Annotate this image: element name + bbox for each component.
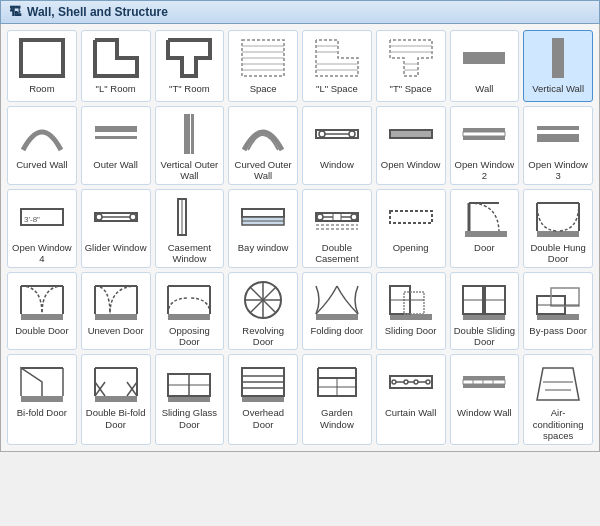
svg-rect-81	[316, 314, 358, 320]
open-window-icon	[383, 111, 439, 157]
l-room-label: "L" Room	[96, 83, 136, 94]
revolving-door-label: Revolving Door	[231, 325, 295, 348]
item-t-space[interactable]: "T" Space	[376, 30, 446, 102]
sliding-glass-door-label: Sliding Glass Door	[158, 407, 222, 430]
curved-wall-icon	[14, 111, 70, 157]
casement-window-icon	[161, 194, 217, 240]
double-door-icon	[14, 277, 70, 323]
window-title-label: Wall, Shell and Structure	[27, 5, 168, 19]
window-title: 🏗 Wall, Shell and Structure	[0, 0, 600, 24]
item-bi-fold-door[interactable]: Bi-fold Door	[7, 354, 77, 444]
bay-window-label: Bay window	[238, 242, 289, 253]
item-overhead-door[interactable]: Overhead Door	[228, 354, 298, 444]
item-uneven-door[interactable]: Uneven Door	[81, 272, 151, 351]
item-t-room[interactable]: "T" Room	[155, 30, 225, 102]
item-open-window-3[interactable]: Open Window 3	[523, 106, 593, 185]
opposing-door-label: Opposing Door	[158, 325, 222, 348]
curtain-wall-label: Curtain Wall	[385, 407, 436, 418]
open-window-4-icon: 3'-8"	[14, 194, 70, 240]
item-by-pass-door[interactable]: By-pass Door	[523, 272, 593, 351]
item-wall[interactable]: Wall	[450, 30, 520, 102]
item-window-wall[interactable]: Window Wall	[450, 354, 520, 444]
items-grid: Room "L" Room "T" Room	[7, 30, 593, 445]
item-casement-window[interactable]: Casement Window	[155, 189, 225, 268]
item-sliding-glass-door[interactable]: Sliding Glass Door	[155, 354, 225, 444]
svg-rect-55	[390, 211, 432, 223]
bi-fold-door-icon	[14, 359, 70, 405]
item-room[interactable]: Room	[7, 30, 77, 102]
svg-rect-33	[537, 134, 579, 138]
item-garden-window[interactable]: Garden Window	[302, 354, 372, 444]
item-sliding-door[interactable]: Sliding Door	[376, 272, 446, 351]
t-space-icon	[383, 35, 439, 81]
window-label: Window	[320, 159, 354, 170]
item-door[interactable]: Door	[450, 189, 520, 268]
svg-point-39	[130, 214, 136, 220]
vertical-outer-wall-icon	[161, 111, 217, 157]
l-space-icon	[309, 35, 365, 81]
svg-rect-43	[242, 209, 284, 217]
folding-door-icon	[309, 277, 365, 323]
item-open-window-4[interactable]: 3'-8" Open Window 4	[7, 189, 77, 268]
svg-point-122	[414, 380, 418, 384]
window-wall-label: Window Wall	[457, 407, 512, 418]
item-bay-window[interactable]: Bay window	[228, 189, 298, 268]
item-double-hung-door[interactable]: Double Hung Door	[523, 189, 593, 268]
svg-rect-0	[21, 40, 63, 76]
door-icon	[456, 194, 512, 240]
double-casement-icon	[309, 194, 365, 240]
uneven-door-icon	[88, 277, 144, 323]
opening-label: Opening	[393, 242, 429, 253]
item-double-door[interactable]: Double Door	[7, 272, 77, 351]
item-glider-window[interactable]: Glider Window	[81, 189, 151, 268]
svg-rect-31	[463, 132, 505, 136]
item-folding-door[interactable]: Folding door	[302, 272, 372, 351]
svg-rect-59	[465, 231, 507, 237]
item-vertical-wall[interactable]: Vertical Wall	[523, 30, 593, 102]
item-vertical-outer-wall[interactable]: Vertical Outer Wall	[155, 106, 225, 185]
space-icon	[235, 35, 291, 81]
item-double-casement[interactable]: Double Casement	[302, 189, 372, 268]
svg-rect-128	[463, 384, 505, 388]
svg-rect-32	[537, 126, 579, 130]
item-curved-wall[interactable]: Curved Wall	[7, 106, 77, 185]
double-door-label: Double Door	[15, 325, 68, 336]
item-curved-outer-wall[interactable]: Curved Outer Wall	[228, 106, 298, 185]
window-wall-icon	[456, 359, 512, 405]
garden-window-icon	[309, 359, 365, 405]
svg-point-22	[319, 131, 325, 137]
svg-rect-17	[95, 126, 137, 132]
svg-point-23	[349, 131, 355, 137]
item-open-window[interactable]: Open Window	[376, 106, 446, 185]
door-label: Door	[474, 242, 495, 253]
item-space[interactable]: Space	[228, 30, 298, 102]
svg-rect-18	[95, 136, 137, 139]
item-window[interactable]: Window	[302, 106, 372, 185]
item-double-bi-fold-door[interactable]: Double Bi-fold Door	[81, 354, 151, 444]
bay-window-icon	[235, 194, 291, 240]
double-bi-fold-door-label: Double Bi-fold Door	[84, 407, 148, 430]
folding-door-label: Folding door	[310, 325, 363, 336]
revolving-door-icon	[235, 277, 291, 323]
garden-window-label: Garden Window	[305, 407, 369, 430]
vertical-wall-icon	[530, 35, 586, 81]
svg-rect-30	[463, 136, 505, 140]
item-double-sliding-door[interactable]: Double Sliding Door	[450, 272, 520, 351]
double-hung-door-icon	[530, 194, 586, 240]
item-opening[interactable]: Opening	[376, 189, 446, 268]
item-revolving-door[interactable]: Revolving Door	[228, 272, 298, 351]
t-room-icon	[161, 35, 217, 81]
by-pass-door-label: By-pass Door	[529, 325, 587, 336]
item-outer-wall[interactable]: Outer Wall	[81, 106, 151, 185]
svg-point-48	[351, 214, 357, 220]
item-l-room[interactable]: "L" Room	[81, 30, 151, 102]
svg-rect-16	[552, 38, 564, 78]
item-l-space[interactable]: "L" Space	[302, 30, 372, 102]
item-open-window-2[interactable]: Open Window 2	[450, 106, 520, 185]
svg-rect-20	[191, 114, 194, 154]
item-air-conditioning[interactable]: Air-conditioning spaces	[523, 354, 593, 444]
open-window-2-label: Open Window 2	[453, 159, 517, 182]
item-opposing-door[interactable]: Opposing Door	[155, 272, 225, 351]
item-curtain-wall[interactable]: Curtain Wall	[376, 354, 446, 444]
casement-window-label: Casement Window	[158, 242, 222, 265]
